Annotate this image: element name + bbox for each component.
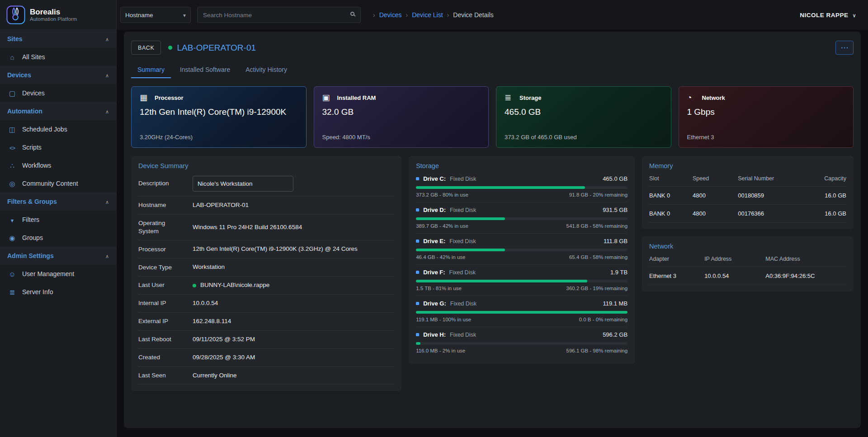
- drive-row: Drive G: Fixed Disk 119.1 MB 119.1 MB - …: [416, 296, 627, 327]
- summary-value-text: Windows 11 Pro 24H2 Build 26100.6584: [193, 223, 302, 232]
- sidebar-section-header[interactable]: Sites: [0, 30, 116, 48]
- sidebar-item[interactable]: Groups: [0, 229, 116, 247]
- sidebar-section: Devices Devices: [0, 66, 116, 102]
- drive-usage-fill: [416, 249, 505, 251]
- drive-size: 931.5 GB: [603, 207, 627, 213]
- chevron-up-icon: [105, 35, 109, 43]
- description-input[interactable]: [193, 176, 293, 192]
- disk-icon: [416, 302, 419, 305]
- storage-icon: [505, 94, 514, 102]
- drive-header: Drive C: Fixed Disk 465.0 GB: [416, 175, 627, 182]
- drive-row: Drive D: Fixed Disk 931.5 GB 389.7 GB - …: [416, 202, 627, 234]
- memory-capacity: 16.0 GB: [803, 187, 846, 205]
- more-actions-button[interactable]: ⋯: [835, 41, 854, 55]
- memory-header-slot: Slot: [649, 171, 693, 187]
- drive-usage-fill: [416, 280, 587, 282]
- drive-size: 465.0 GB: [603, 175, 627, 182]
- summary-row-label: Hostname: [138, 201, 193, 209]
- drive-type: Fixed Disk: [449, 238, 476, 244]
- tab[interactable]: Installed Software: [174, 61, 236, 78]
- breadcrumb-separator-icon: [369, 11, 379, 19]
- sidebar-item-label: Groups: [22, 234, 43, 241]
- drive-usage-labels: 1.5 TB - 81% in use 360.2 GB - 19% remai…: [416, 286, 627, 291]
- stat-card-value: 1 Gbps: [687, 107, 845, 117]
- summary-row-label: Last Seen: [138, 371, 193, 380]
- drive-usage-bar: [416, 342, 627, 345]
- server-icon: [8, 289, 16, 296]
- detail-columns: Device Summary Description Nicole's Work…: [131, 156, 854, 391]
- disk-icon: [416, 271, 419, 274]
- tab[interactable]: Summary: [131, 61, 171, 78]
- sidebar-section: Admin Settings User Management: [0, 247, 116, 301]
- sidebar-item-label: Workflows: [22, 162, 51, 169]
- caret-down-icon: [183, 12, 186, 19]
- summary-row: Created 09/28/2025 @ 3:30 AM: [138, 349, 394, 367]
- drive-header: Drive D: Fixed Disk 931.5 GB: [416, 207, 627, 213]
- device-summary-card: Device Summary Description Nicole's Work…: [131, 156, 401, 391]
- memory-header-row: Slot Speed Serial Number Capacity: [649, 171, 846, 187]
- device-details-panel: BACK LAB-OPERATOR-01 ⋯ Summary Installed…: [124, 32, 861, 428]
- stat-card-header: Network: [687, 94, 845, 102]
- community-icon: [8, 180, 16, 187]
- memory-card: Memory Slot Speed Serial Number Capacity: [642, 156, 854, 229]
- sidebar-nav: Sites All Sites D: [0, 30, 116, 301]
- stat-card-footer: 3.20GHz (24-Cores): [140, 134, 298, 141]
- tab[interactable]: Activity History: [239, 61, 293, 78]
- sidebar-item[interactable]: Scheduled Jobs: [0, 120, 116, 138]
- memory-header-speed: Speed: [693, 171, 738, 187]
- drive-name: Drive F:: [423, 269, 445, 276]
- sidebar-section-header[interactable]: Admin Settings: [0, 247, 116, 265]
- summary-row-label: Description: [138, 179, 193, 188]
- drive-header: Drive G: Fixed Disk 119.1 MB: [416, 300, 627, 307]
- sidebar-item[interactable]: User Management: [0, 265, 116, 283]
- drive-header: Drive H: Fixed Disk 596.2 GB: [416, 331, 627, 338]
- sidebar-section-header[interactable]: Automation: [0, 102, 116, 120]
- drive-header: Drive E: Fixed Disk 111.8 GB: [416, 238, 627, 244]
- brand[interactable]: Borealis Automation Platform: [0, 0, 116, 30]
- breadcrumb-separator-icon: [443, 11, 453, 19]
- chevron-up-icon: [105, 197, 109, 206]
- breadcrumb-item[interactable]: Devices: [369, 11, 401, 19]
- sidebar-item[interactable]: Scripts: [0, 138, 116, 156]
- sidebar-item[interactable]: Server Info: [0, 283, 116, 301]
- back-button[interactable]: BACK: [131, 41, 161, 55]
- drive-row: Drive F: Fixed Disk 1.9 TB 1.5 TB - 81% …: [416, 265, 627, 296]
- storage-card: Storage Drive C: Fixed Disk 465.0 GB: [409, 156, 635, 364]
- filters-icon: [8, 216, 16, 223]
- sidebar-section-header[interactable]: Devices: [0, 66, 116, 84]
- user-menu[interactable]: NICOLE RAPPE: [800, 12, 856, 19]
- summary-row-label: Created: [138, 353, 193, 362]
- breadcrumb-label: Devices: [379, 11, 402, 19]
- sidebar-item[interactable]: Devices: [0, 84, 116, 102]
- network-header-row: Adapter IP Address MAC Address: [649, 252, 846, 267]
- sidebar-section-label: Admin Settings: [7, 252, 54, 259]
- stat-card-footer: Ethernet 3: [687, 134, 845, 141]
- sidebar-item[interactable]: All Sites: [0, 48, 116, 66]
- sidebar-item[interactable]: Community Content: [0, 174, 116, 193]
- search-icon[interactable]: [350, 12, 354, 16]
- hostname-filter-dropdown[interactable]: Hostname: [120, 7, 191, 23]
- sidebar-item[interactable]: Workflows: [0, 156, 116, 174]
- stat-card: Network 1 Gbps Ethernet 3: [679, 86, 854, 148]
- drive-used-label: 116.0 MB - 2% in use: [416, 348, 465, 353]
- sidebar-section-header[interactable]: Filters & Groups: [0, 193, 116, 211]
- tabs: Summary Installed Software Activity Hist…: [131, 61, 854, 78]
- memory-serial: 00176366: [738, 205, 803, 223]
- sidebar-item[interactable]: Filters: [0, 211, 116, 229]
- drive-header: Drive F: Fixed Disk 1.9 TB: [416, 269, 627, 276]
- drive-size: 596.2 GB: [603, 331, 627, 338]
- breadcrumb-separator-icon: [401, 11, 412, 19]
- sidebar-item-label: User Management: [22, 270, 74, 277]
- memory-row: BANK 0 4800 00180859 16.0 GB: [649, 187, 846, 205]
- network-table: Adapter IP Address MAC Address: [649, 252, 846, 285]
- disk-icon: [416, 177, 419, 180]
- network-header-mac: MAC Address: [765, 252, 846, 267]
- drive-name: Drive H:: [423, 331, 446, 338]
- breadcrumb-item[interactable]: Device List: [401, 11, 443, 19]
- drive-usage-labels: 116.0 MB - 2% in use 596.1 GB - 98% rema…: [416, 348, 627, 353]
- memory-row: BANK 0 4800 00176366 16.0 GB: [649, 205, 846, 223]
- search-input[interactable]: [197, 7, 361, 23]
- disk-icon: [416, 333, 419, 336]
- drive-usage-bar: [416, 311, 627, 314]
- drive-row: Drive H: Fixed Disk 596.2 GB 116.0 MB - …: [416, 327, 627, 358]
